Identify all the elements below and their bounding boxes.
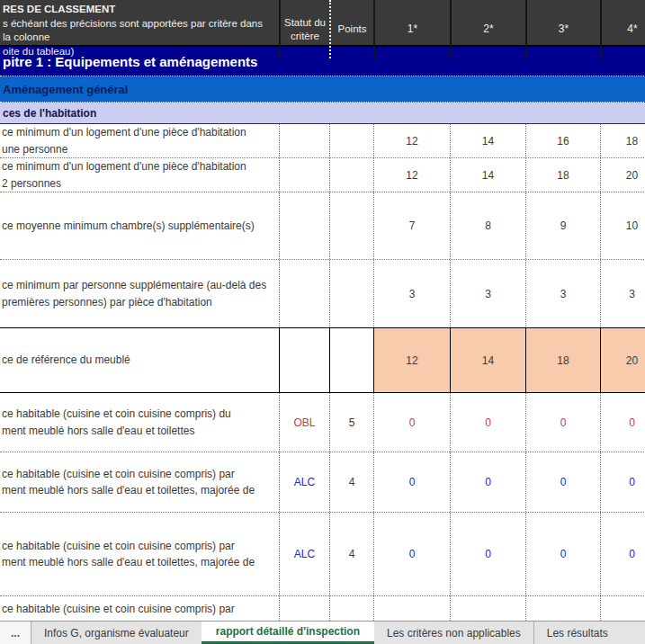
criteria-cell[interactable]: ce de référence du meublé <box>0 328 279 392</box>
value-cell[interactable]: 0 <box>450 452 525 512</box>
statut-cell[interactable] <box>279 596 329 621</box>
points-cell[interactable] <box>329 124 373 157</box>
tab-rapport-detaille-inspection[interactable]: rapport détaillé d'inspection <box>202 622 374 644</box>
value-cell[interactable]: 0 <box>450 393 525 452</box>
points-cell[interactable] <box>329 260 373 327</box>
tab-criteres-non-applicables[interactable]: Les critères non applicables <box>374 622 533 644</box>
value-cell[interactable]: 0 <box>373 393 450 452</box>
header-cell-2-star[interactable]: 2* <box>450 0 525 58</box>
reference-value-cell[interactable]: 18 <box>525 328 600 392</box>
reference-value-cell[interactable]: 14 <box>450 328 525 392</box>
criteria-cell[interactable]: ce minimum d'un logement d'une pièce d'h… <box>0 124 279 157</box>
table-row: ce minimum d'un logement d'une pièce d'h… <box>0 158 645 192</box>
criteria-line: ce minimum d'un logement d'une pièce d'h… <box>2 124 246 141</box>
header-cell-1-star[interactable]: 1* <box>373 0 450 58</box>
value-cell[interactable]: 0 <box>525 393 600 452</box>
value-cell[interactable]: 0 <box>373 513 450 595</box>
value-cell[interactable]: 9 <box>525 192 600 259</box>
value-cell[interactable]: 10 <box>600 192 645 259</box>
section-band[interactable]: Aménagement général <box>0 76 645 103</box>
value-cell[interactable] <box>525 596 600 621</box>
value-cell[interactable]: 0 <box>525 513 600 595</box>
value-cell[interactable]: 16 <box>525 124 600 157</box>
criteria-line: ce habitable (cuisine et coin cuisine co… <box>2 601 235 618</box>
sheet-tab-bar: ... Infos G, organisme évaluateur rappor… <box>0 621 645 644</box>
value-cell[interactable]: 0 <box>450 513 525 595</box>
value-cell[interactable] <box>373 596 450 621</box>
statut-cell[interactable] <box>279 158 329 192</box>
criteria-cell[interactable]: ce moyenne minimum chambre(s) supplément… <box>0 192 279 259</box>
points-cell[interactable]: 4 <box>329 513 373 595</box>
value-cell[interactable]: 3 <box>450 260 525 327</box>
header-cell-4-star[interactable]: 4* <box>600 0 645 58</box>
value-cell[interactable]: 3 <box>600 260 645 327</box>
points-cell[interactable] <box>329 192 373 259</box>
value-cell[interactable]: 12 <box>373 158 450 192</box>
header-cell-3-star[interactable]: 3* <box>525 0 600 58</box>
criteria-cell[interactable]: ce habitable (cuisine et coin cuisine co… <box>0 596 279 621</box>
statut-cell[interactable] <box>279 328 329 392</box>
table-row: ce minimum d'un logement d'une pièce d'h… <box>0 124 645 158</box>
value-cell[interactable]: 0 <box>525 452 600 512</box>
value-cell[interactable]: 0 <box>373 452 450 512</box>
subsection-band[interactable]: ces de l'habitation <box>0 103 645 124</box>
tab-scroll-more-button[interactable]: ... <box>0 622 31 644</box>
statut-cell[interactable]: OBL <box>279 393 329 452</box>
spreadsheet-window: RES DE CLASSEMENT s échéant des précisio… <box>0 0 645 644</box>
points-header-cell[interactable]: Points <box>329 0 373 58</box>
statut-header-cell[interactable]: Statut du critère <box>279 0 329 58</box>
value-cell[interactable]: 20 <box>600 158 645 192</box>
points-cell[interactable]: 4 <box>329 452 373 512</box>
value-cell[interactable]: 0 <box>600 393 645 452</box>
criteria-line: une personne <box>2 141 67 158</box>
criteria-line: ce de référence du meublé <box>2 352 130 369</box>
criteria-cell[interactable]: ce habitable (cuisine et coin cuisine co… <box>0 513 279 595</box>
value-cell[interactable]: 3 <box>373 260 450 327</box>
value-cell[interactable]: 8 <box>450 192 525 259</box>
points-cell[interactable]: 5 <box>329 393 373 452</box>
criteria-header-subtitle: s échéant des précisions sont apportées … <box>3 17 273 45</box>
statut-header-line1: Statut du <box>284 16 326 30</box>
value-cell[interactable]: 12 <box>373 124 450 157</box>
criteria-cell[interactable]: ce minimum par personne supplémentaire (… <box>0 260 279 327</box>
criteria-line: ce habitable (cuisine et coin cuisine co… <box>2 466 235 483</box>
classification-table: RES DE CLASSEMENT s échéant des précisio… <box>0 0 645 621</box>
points-cell[interactable] <box>329 596 373 621</box>
tab-infos-organisme[interactable]: Infos G, organisme évaluateur <box>31 622 202 644</box>
criteria-cell[interactable]: ce habitable (cuisine et coin cuisine co… <box>0 452 279 512</box>
criteria-line: ce moyenne minimum chambre(s) supplément… <box>2 218 255 235</box>
reference-value-cell[interactable]: 20 <box>600 328 645 392</box>
statut-cell[interactable] <box>279 260 329 327</box>
value-cell[interactable]: 3 <box>525 260 600 327</box>
table-row: ce habitable (cuisine et coin cuisine co… <box>0 452 645 513</box>
reference-value-cell[interactable]: 12 <box>373 328 450 392</box>
criteria-line: premières personnes) par pièce d'habitat… <box>2 294 212 311</box>
statut-cell[interactable]: ALC <box>279 513 329 595</box>
value-cell[interactable] <box>600 596 645 621</box>
value-cell[interactable]: 18 <box>525 158 600 192</box>
value-cell[interactable]: 14 <box>450 158 525 192</box>
criteria-cell[interactable]: ce habitable (cuisine et coin cuisine co… <box>0 393 279 452</box>
table-row: ce habitable (cuisine et coin cuisine co… <box>0 393 645 452</box>
value-cell[interactable]: 7 <box>373 192 450 259</box>
points-cell[interactable] <box>329 158 373 192</box>
value-cell[interactable]: 14 <box>450 124 525 157</box>
statut-header-line2: critère <box>291 30 319 43</box>
value-cell[interactable]: 0 <box>600 452 645 512</box>
statut-cell[interactable]: ALC <box>279 452 329 512</box>
tab-les-resultats[interactable]: Les résultats <box>533 622 621 644</box>
statut-cell[interactable] <box>279 192 329 259</box>
criteria-cell[interactable]: ce minimum d'un logement d'une pièce d'h… <box>0 158 279 192</box>
value-cell[interactable]: 18 <box>600 124 645 157</box>
value-cell[interactable] <box>450 596 525 621</box>
statut-cell[interactable] <box>279 124 329 157</box>
table-row: ce habitable (cuisine et coin cuisine co… <box>0 513 645 596</box>
criteria-line: ce minimum d'un logement d'une pièce d'h… <box>2 158 246 175</box>
points-cell[interactable] <box>329 328 373 392</box>
criteria-line: ment meublé hors salle d'eau et toilette… <box>2 423 194 440</box>
value-cell[interactable]: 0 <box>600 513 645 595</box>
criteria-header-title: RES DE CLASSEMENT <box>3 3 115 17</box>
criteria-header-cell[interactable]: RES DE CLASSEMENT s échéant des précisio… <box>0 0 279 58</box>
criteria-line: ce minimum par personne supplémentaire (… <box>2 277 266 294</box>
criteria-line: ce habitable (cuisine et coin cuisine co… <box>2 406 231 423</box>
